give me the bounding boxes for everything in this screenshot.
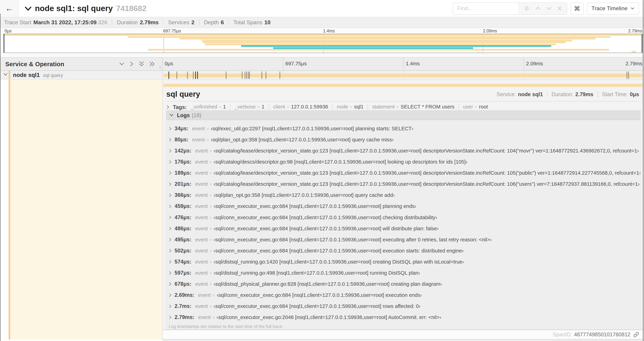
scrollbar[interactable] (643, 0, 644, 341)
span-log-marker[interactable] (628, 72, 629, 79)
minimap-span-row (4, 36, 642, 38)
log-row[interactable]: 366μs:event=‹sql/plan_opt.go:358 [nsql1,… (166, 190, 640, 201)
tag-pair: statement=SELECT * FROM users (372, 104, 454, 110)
tag-pair: user=root (463, 104, 488, 110)
span-row[interactable]: node sql1sql query (0, 71, 644, 80)
span-log-marker[interactable] (248, 72, 248, 79)
log-row[interactable]: 678μs:event=‹sql/distsql_physical_planne… (166, 278, 640, 289)
log-row[interactable]: 597μs:event=‹sql/distsql_running.go:498 … (166, 267, 640, 278)
span-collapse-chevron-icon[interactable] (3, 73, 8, 76)
span-log-marker[interactable] (168, 72, 169, 79)
minimap-right-handle[interactable] (642, 34, 642, 53)
log-row[interactable]: 574μs:event=‹sql/distsql_running.go:1420… (166, 256, 640, 267)
minimap-span-bar (205, 44, 556, 45)
column-resize-grip[interactable]: ‖ (160, 65, 161, 70)
log-row[interactable]: 176μs:event=‹sql/catalog/descs/descripto… (166, 156, 640, 167)
span-log-marker[interactable] (176, 72, 177, 79)
chevron-right-icon[interactable] (169, 282, 172, 286)
find-next-icon[interactable] (546, 7, 552, 10)
span-log-marker[interactable] (245, 72, 245, 79)
span-duration-bar[interactable] (164, 73, 643, 77)
trace-minimap: 0μs697.75μs1.4ms2.09ms2.79ms (0, 28, 644, 54)
minimap-span-bar (241, 45, 551, 47)
chevron-right-icon[interactable] (169, 293, 172, 297)
log-row[interactable]: 201μs:event=‹sql/catalog/lease/descripto… (166, 178, 640, 190)
timeline-header-row: Service & Operation ‖ 0μs697.75μs1.4ms2.… (0, 57, 644, 71)
chevron-right-icon[interactable] (169, 204, 172, 208)
chevron-right-icon[interactable] (169, 226, 172, 230)
log-row[interactable]: 2.7ms:event=‹sql/conn_executor_exec.go:6… (166, 300, 640, 311)
log-row[interactable]: 495μs:event=‹sql/conn_executor_exec.go:6… (166, 234, 640, 245)
chevron-right-icon[interactable] (169, 271, 172, 275)
span-log-marker[interactable] (266, 72, 266, 79)
service-operation-title: Service & Operation (5, 61, 64, 67)
expand-one-icon[interactable] (130, 61, 134, 67)
span-detail-title: sql query (166, 90, 200, 99)
span-log-marker[interactable] (262, 72, 262, 79)
log-key: event (195, 281, 208, 287)
find-clear-icon[interactable] (557, 6, 562, 11)
span-log-marker[interactable] (187, 72, 188, 79)
log-row[interactable]: 189μs:event=‹sql/catalog/lease/descripto… (166, 167, 640, 178)
span-log-marker[interactable] (627, 72, 627, 79)
expand-all-icon[interactable] (150, 61, 155, 67)
chevron-right-icon[interactable] (169, 215, 172, 219)
view-selector-button[interactable]: Trace Timeline (587, 2, 639, 15)
log-row[interactable]: 502μs:event=‹sql/conn_executor_exec.go:6… (166, 245, 640, 256)
log-row[interactable]: 80μs:event=‹sql/plan_opt.go:358 [nsql1,c… (166, 134, 640, 145)
collapse-all-icon[interactable] (139, 61, 144, 67)
equals-sign: = (209, 270, 212, 275)
log-row[interactable]: 142μs:event=‹sql/catalog/lease/descripto… (166, 145, 640, 156)
find-prev-icon[interactable] (535, 7, 540, 10)
chevron-right-icon[interactable] (169, 304, 172, 308)
log-key: event (192, 137, 205, 142)
span-log-marker[interactable] (249, 72, 250, 79)
ruler-tick-label: 697.75μs (283, 58, 307, 70)
span-log-marker[interactable] (197, 72, 198, 79)
minimap-tick-label: 2.79ms (628, 29, 642, 33)
minimap-canvas[interactable] (3, 34, 643, 53)
log-row[interactable]: 476μs:event=‹sql/conn_executor_exec.go:6… (166, 212, 640, 223)
log-value: ‹sql/conn_executor_exec.go:684 [nsql1,cl… (214, 203, 416, 209)
span-log-marker[interactable] (226, 72, 226, 79)
log-row[interactable]: 34μs:event=‹sql/exec_util.go:2297 [nsql1… (166, 123, 640, 134)
minimap-left-handle[interactable] (4, 34, 4, 53)
minimap-span-bar (4, 34, 642, 36)
span-log-marker[interactable] (246, 72, 247, 79)
log-timestamp: 678μs: (174, 281, 192, 287)
log-timestamp: 574μs: (174, 258, 192, 265)
span-log-marker[interactable] (242, 72, 242, 79)
span-log-marker[interactable] (195, 72, 196, 79)
find-input[interactable] (453, 3, 519, 14)
chevron-right-icon[interactable] (169, 160, 172, 164)
span-log-marker[interactable] (193, 72, 194, 79)
chevron-right-icon[interactable] (169, 138, 172, 142)
chevron-right-icon[interactable] (169, 182, 172, 186)
locate-icon[interactable] (524, 6, 530, 11)
log-row[interactable]: 459μs:event=‹sql/conn_executor_exec.go:6… (166, 201, 640, 212)
chevron-right-icon[interactable] (169, 315, 172, 319)
detail-row-tint (10, 80, 162, 339)
span-log-marker[interactable] (280, 72, 280, 79)
collapse-one-icon[interactable] (119, 62, 124, 66)
back-button[interactable]: ← (0, 0, 19, 17)
chevron-right-icon[interactable] (169, 127, 172, 131)
keyboard-shortcuts-button[interactable]: ⌘ (570, 2, 584, 15)
span-bar-cell[interactable] (162, 71, 644, 80)
span-color-stripe (8, 71, 10, 79)
collapse-trace-chevron-icon[interactable] (24, 6, 32, 11)
deep-link-icon[interactable] (633, 331, 639, 337)
log-row[interactable]: 2.79ms:event=‹sql/conn_executor_exec.go:… (166, 311, 640, 323)
chevron-right-icon[interactable] (169, 149, 172, 153)
tags-row[interactable]: Tags: _unfinished=1_verbose=1client=127.… (166, 103, 639, 111)
chevron-right-icon[interactable] (169, 193, 172, 197)
log-row[interactable]: 2.69ms:event=‹sql/conn_executor_exec.go:… (166, 289, 640, 300)
log-key: event (198, 292, 211, 298)
logs-header[interactable]: Logs (18) (166, 111, 640, 120)
chevron-right-icon[interactable] (169, 171, 172, 175)
chevron-right-icon[interactable] (169, 237, 172, 241)
chevron-right-icon[interactable] (169, 248, 172, 253)
chevron-right-icon[interactable] (169, 259, 172, 264)
span-row-name-cell[interactable]: node sql1sql query (0, 71, 162, 80)
log-row[interactable]: 486μs:event=‹sql/conn_executor_exec.go:6… (166, 223, 640, 234)
